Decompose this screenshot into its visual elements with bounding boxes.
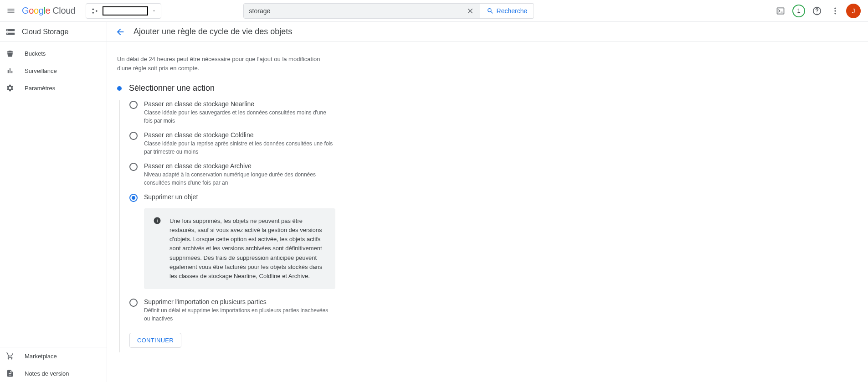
radio-label: Passer en classe de stockage Nearline xyxy=(144,100,453,108)
sidebar-item-label: Notes de version xyxy=(25,370,69,377)
svg-point-1 xyxy=(92,11,94,13)
radio-option-coldline[interactable]: Passer en classe de stockage Coldline Cl… xyxy=(129,131,453,156)
info-text: Une fois supprimés, les objets ne peuven… xyxy=(169,217,326,281)
radio-label: Passer en classe de stockage Coldline xyxy=(144,131,453,139)
more-icon[interactable] xyxy=(826,2,844,20)
delay-notice: Un délai de 24 heures peut être nécessai… xyxy=(117,55,336,72)
radio-label: Supprimer un objet xyxy=(144,193,453,201)
svg-point-10 xyxy=(157,219,158,220)
storage-icon xyxy=(5,27,15,37)
project-icon xyxy=(91,7,99,15)
info-box: Une fois supprimés, les objets ne peuven… xyxy=(144,208,335,289)
page-title: Ajouter une règle de cycle de vie des ob… xyxy=(134,27,292,36)
project-name-redacted xyxy=(103,6,148,15)
marketplace-icon xyxy=(5,352,15,360)
radio-option-multipart[interactable]: Supprimer l'importation en plusieurs par… xyxy=(129,298,453,323)
search-icon xyxy=(487,7,494,15)
radio-icon[interactable] xyxy=(129,101,138,109)
back-arrow-icon[interactable] xyxy=(115,27,125,37)
sidebar-item-label: Paramètres xyxy=(25,85,55,92)
sidebar-item-surveillance[interactable]: Surveillance xyxy=(0,62,107,79)
radio-desc: Définit un délai et supprime les importa… xyxy=(144,306,335,323)
radio-desc: Classe idéale pour la reprise après sini… xyxy=(144,139,335,156)
continue-button[interactable]: CONTINUER xyxy=(129,333,181,348)
svg-point-6 xyxy=(834,10,836,11)
svg-rect-3 xyxy=(777,8,784,14)
radio-option-nearline[interactable]: Passer en classe de stockage Nearline Cl… xyxy=(129,100,453,125)
svg-point-7 xyxy=(834,13,836,14)
sidebar-item-settings[interactable]: Paramètres xyxy=(0,79,107,97)
radio-option-delete[interactable]: Supprimer un objet xyxy=(129,193,453,202)
sidebar-item-label: Surveillance xyxy=(25,67,57,74)
search-box[interactable] xyxy=(243,3,480,19)
document-icon xyxy=(5,369,15,377)
sidebar-item-release-notes[interactable]: Notes de version xyxy=(0,365,107,382)
sidebar-item-marketplace[interactable]: Marketplace xyxy=(0,347,107,365)
hamburger-menu[interactable] xyxy=(5,5,16,16)
sidebar-title: Cloud Storage xyxy=(22,28,68,36)
search-input[interactable] xyxy=(249,7,466,15)
radio-desc: Niveau adapté à la conservation numériqu… xyxy=(144,170,335,187)
svg-rect-9 xyxy=(157,220,158,222)
radio-icon[interactable] xyxy=(129,163,138,171)
sidebar-item-buckets[interactable]: Buckets xyxy=(0,45,107,62)
sidebar-item-label: Buckets xyxy=(25,50,46,57)
search-clear-icon[interactable] xyxy=(466,7,474,15)
radio-label: Supprimer l'importation en plusieurs par… xyxy=(144,298,453,305)
radio-icon[interactable] xyxy=(129,299,138,307)
step-bullet xyxy=(117,86,122,91)
sidebar-item-label: Marketplace xyxy=(25,353,57,360)
step-title: Sélectionner une action xyxy=(129,83,453,93)
gear-icon xyxy=(5,84,15,92)
radio-label: Passer en classe de stockage Archive xyxy=(144,162,453,170)
google-cloud-logo[interactable]: Google Cloud xyxy=(22,5,76,16)
search-button-label: Recherche xyxy=(497,7,528,15)
radio-icon[interactable] xyxy=(129,132,138,140)
svg-point-2 xyxy=(95,10,97,12)
svg-point-5 xyxy=(834,7,836,9)
radio-desc: Classe idéale pour les sauvegardes et le… xyxy=(144,108,335,125)
info-icon xyxy=(153,217,161,225)
svg-point-0 xyxy=(92,8,94,10)
radio-option-archive[interactable]: Passer en classe de stockage Archive Niv… xyxy=(129,162,453,187)
radio-icon[interactable] xyxy=(129,194,138,202)
monitoring-icon xyxy=(5,67,15,75)
chevron-down-icon xyxy=(152,9,156,13)
bucket-icon xyxy=(5,49,15,57)
project-selector[interactable] xyxy=(86,3,161,19)
help-icon[interactable] xyxy=(808,2,826,20)
cloud-shell-icon[interactable] xyxy=(771,2,790,20)
sidebar-header: Cloud Storage xyxy=(0,22,107,42)
search-button[interactable]: Recherche xyxy=(480,3,534,19)
avatar[interactable]: J xyxy=(844,2,863,20)
notifications-badge[interactable]: 1 xyxy=(790,2,808,20)
